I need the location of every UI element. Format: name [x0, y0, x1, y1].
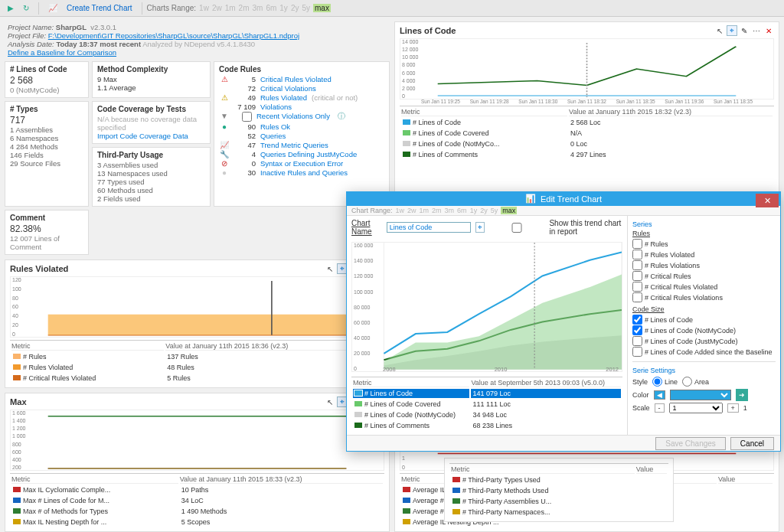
table-row[interactable]: Max # Lines of Code for M...34 LoC [11, 496, 383, 505]
rule-link[interactable]: Violations [260, 103, 292, 111]
show-in-report-checkbox[interactable] [487, 223, 547, 233]
range-1w[interactable]: 1w [199, 4, 209, 12]
series-codesize-checkbox[interactable] [632, 347, 642, 357]
rule-link[interactable]: Recent Violations Only [256, 112, 330, 120]
table-row[interactable]: # Third-Party Namespaces... [451, 508, 667, 517]
close-icon[interactable]: ✕ [756, 194, 779, 207]
panel-max: Max ↖ ⌖ ✎ ⋯ ✕ 1 6001 4001 2001 000800600… [5, 393, 390, 532]
rule-link[interactable]: Queries Defining JustMyCode [260, 150, 357, 158]
series-rule-checkbox[interactable] [632, 292, 642, 302]
series-rule-checkbox[interactable] [632, 260, 642, 270]
series-rule-checkbox[interactable] [632, 250, 642, 259]
style-area-radio[interactable] [682, 377, 692, 387]
rule-link[interactable]: Rules Violated [260, 93, 307, 102]
baseline-link[interactable]: Define a Baseline for Comparison [8, 48, 116, 57]
table-row[interactable]: # Lines of Code141 079 Loc [353, 389, 621, 398]
tile-coverage: Code Coverage by Tests N/A because no co… [92, 101, 211, 144]
range-5y[interactable]: 5y [302, 4, 310, 12]
rule-link[interactable]: Inactive Rules and Queries [260, 168, 348, 177]
range-2m[interactable]: 2m [239, 4, 250, 12]
tile-loc: # Lines of Code 2 568 0 (NotMyCode) [5, 61, 89, 98]
series-rule-checkbox[interactable] [632, 271, 642, 281]
table-row[interactable]: # Rules Violated48 Rules [11, 363, 383, 372]
color-select[interactable] [670, 390, 731, 400]
range-3m[interactable]: 3m [445, 207, 455, 214]
table-row[interactable]: # Lines of Code Covered111 111 Loc [353, 400, 621, 409]
rule-link[interactable]: Rules Ok [260, 122, 290, 131]
range-1w[interactable]: 1w [396, 207, 405, 214]
tile-third-party: Third-Party Usage 3 Assemblies used13 Na… [92, 147, 211, 207]
import-coverage-link[interactable]: Import Code Coverage Data [97, 132, 188, 140]
create-trend-chart-link[interactable]: Create Trend Chart [62, 2, 137, 15]
style-line-radio[interactable] [652, 377, 662, 387]
range-max[interactable]: max [501, 207, 517, 214]
range-1m[interactable]: 1m [225, 4, 236, 12]
preview-icon[interactable]: ⌖ [475, 222, 485, 233]
project-file-link[interactable]: F:\Development\GIT Repositories\SharpGL\… [48, 31, 299, 40]
table-row[interactable]: # Lines of Comments4 297 Lines [401, 150, 773, 159]
table-row[interactable]: # Lines of Comments68 238 Lines [353, 421, 621, 430]
table-row[interactable]: # Lines of Code (NotMyCode)34 948 Loc [353, 410, 621, 419]
range-2w[interactable]: 2w [407, 207, 416, 214]
table-row[interactable]: # Rules137 Rules [11, 352, 383, 361]
cancel-button[interactable]: Cancel [730, 437, 774, 450]
series-rule-checkbox[interactable] [632, 282, 642, 292]
chart-name-input[interactable] [387, 222, 471, 233]
range-1y[interactable]: 1y [470, 207, 478, 214]
pencil-icon[interactable]: ✎ [739, 25, 750, 36]
range-max[interactable]: max [313, 4, 331, 12]
scale-select[interactable]: 1 [669, 403, 723, 413]
color-apply-button[interactable]: ➜ [736, 389, 748, 401]
range-6m[interactable]: 6m [457, 207, 467, 214]
table-row[interactable]: # Third-Party Types Used [451, 475, 667, 485]
color-prev-button[interactable]: ◀ [654, 390, 665, 400]
chart-lines-of-code: 14 00012 00010 0008 0006 0004 0002 0000 [400, 38, 774, 100]
rule-link[interactable]: Queries [260, 132, 286, 140]
table-row[interactable]: # Lines of Code2 568 Loc [401, 118, 773, 127]
panel-rules-violated: Rules Violated ↖ ⌖ ✎ ⋯ ✕ 120100806040200 [5, 259, 390, 388]
range-3m[interactable]: 3m [253, 4, 263, 12]
save-button[interactable]: Save Changes [655, 437, 726, 450]
table-row[interactable]: # Lines of Code (NotMyCo...0 Loc [401, 139, 773, 149]
more-icon[interactable]: ⋯ [751, 25, 762, 36]
range-6m[interactable]: 6m [266, 4, 276, 12]
chart-rules-violated: 120100806040200 [10, 276, 384, 338]
series-rule-checkbox[interactable] [632, 239, 642, 249]
table-row[interactable]: # Lines of Code CoveredN/A [401, 129, 773, 138]
recent-violations-checkbox[interactable] [242, 112, 252, 122]
cursor-icon[interactable]: ↖ [325, 397, 335, 407]
rule-link[interactable]: Critical Violations [260, 84, 316, 93]
range-2y[interactable]: 2y [291, 4, 299, 12]
crosshair-icon[interactable]: ⌖ [727, 25, 737, 36]
range-label: Charts Range: [147, 4, 196, 12]
series-codesize-checkbox[interactable] [632, 336, 642, 346]
range-1y[interactable]: 1y [279, 4, 288, 12]
svg-marker-14 [384, 275, 622, 370]
scale-plus-button[interactable]: + [727, 403, 739, 413]
range-2w[interactable]: 2w [212, 4, 222, 12]
table-row[interactable]: Max IL Nesting Depth for ...5 Scopes [11, 517, 383, 527]
chart-max: 1 6001 4001 2001 000800600400200 [10, 410, 384, 471]
scale-minus-button[interactable]: - [655, 403, 665, 413]
play-icon[interactable]: ▶ [3, 2, 18, 15]
series-codesize-checkbox[interactable] [632, 315, 642, 325]
tile-method-complexity: Method Complexity 9 Max1.1 Average [92, 61, 211, 98]
cursor-icon[interactable]: ↖ [325, 263, 335, 274]
table-row[interactable]: # Third-Party Assemblies U... [451, 497, 667, 506]
range-5y[interactable]: 5y [491, 207, 498, 214]
range-1m[interactable]: 1m [420, 207, 430, 214]
series-codesize-checkbox[interactable] [632, 325, 642, 335]
table-row[interactable]: Max # of Methods for Types1 490 Methods [11, 507, 383, 516]
rule-link[interactable]: Syntax or Execution Error [260, 159, 343, 168]
table-row[interactable]: # Third-Party Methods Used [451, 486, 667, 495]
refresh-icon[interactable]: ↻ [18, 2, 34, 15]
edit-trend-chart-dialog: 📊Edit Trend Chart ✕ Chart Range: 1w2w1m2… [346, 191, 781, 452]
range-2m[interactable]: 2m [432, 207, 442, 214]
cursor-icon[interactable]: ↖ [714, 25, 725, 36]
table-row[interactable]: # Critical Rules Violated5 Rules [11, 374, 383, 383]
rule-link[interactable]: Trend Metric Queries [260, 141, 328, 149]
table-row[interactable]: Max IL Cyclomatic Comple...10 Paths [11, 485, 383, 494]
range-2y[interactable]: 2y [480, 207, 488, 214]
close-icon[interactable]: ✕ [763, 25, 774, 36]
rule-link[interactable]: Critical Rules Violated [260, 75, 332, 83]
